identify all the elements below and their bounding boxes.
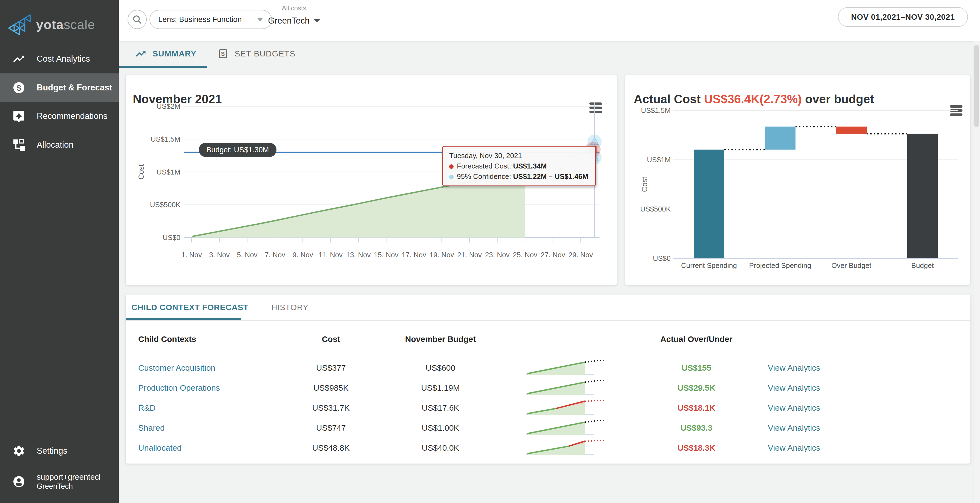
svg-text:Budget: Budget	[911, 261, 934, 270]
svg-text:Over Budget: Over Budget	[831, 261, 872, 270]
svg-text:US$500K: US$500K	[150, 201, 181, 209]
table-row: Unallocated US$48.8K US$40.0K US$18.3K V…	[126, 438, 970, 458]
tab-child-context-forecast[interactable]: CHILD CONTEXT FORECAST	[131, 294, 248, 320]
tab-summary[interactable]: SUMMARY	[135, 41, 197, 66]
svg-text:US$1M: US$1M	[647, 156, 671, 164]
child-context-link[interactable]: R&D	[126, 403, 279, 413]
svg-text:11. Nov: 11. Nov	[319, 251, 343, 259]
budget-value: US$1.00K	[383, 423, 498, 433]
sidebar-item-label: Allocation	[37, 140, 73, 150]
view-analytics-link[interactable]: View Analytics	[758, 363, 970, 373]
tooltip-forecast-row: Forecasted Cost: US$1.34M	[449, 161, 589, 171]
svg-text:US$2M: US$2M	[157, 102, 180, 110]
sidebar-item-recommendations[interactable]: Recommendations	[0, 102, 119, 130]
over-under-value: US$93.3	[635, 423, 758, 433]
budget-dollar-icon: $	[218, 48, 229, 59]
tab-label: SET BUDGETS	[235, 49, 295, 58]
sparkline-chart	[525, 380, 608, 396]
sidebar-item-budget-forecast[interactable]: $ Budget & Forecast	[0, 73, 119, 102]
sidebar-item-label: Recommendations	[37, 111, 107, 121]
budget-value: US$40.0K	[383, 443, 498, 453]
topbar: Lens: Business Function All costs GreenT…	[119, 0, 980, 41]
sidebar-item-cost-analytics[interactable]: Cost Analytics	[0, 45, 119, 73]
waterfall-chart[interactable]: US$0US$500KUS$1MUS$1.5MCostCurrent Spend…	[625, 97, 970, 285]
budget-value: US$1.19M	[383, 383, 498, 393]
table-rows: Customer Acquisition US$377 US$600 US$15…	[126, 358, 970, 458]
budget-line-badge: Budget: US$1.30M	[199, 143, 277, 157]
svg-text:Current Spending: Current Spending	[681, 261, 737, 270]
page-tabs: SUMMARY $ SET BUDGETS	[119, 41, 980, 68]
cost-value: US$377	[279, 363, 383, 373]
trend-sparkline	[525, 380, 608, 396]
svg-text:13. Nov: 13. Nov	[346, 251, 371, 259]
sidebar-user-account[interactable]: support+greentecl GreenTech	[0, 463, 119, 500]
trend-sparkline	[525, 420, 608, 436]
active-tab-indicator	[119, 66, 207, 68]
table-row: R&D US$31.7K US$17.6K US$18.1K View Anal…	[126, 398, 970, 418]
forecast-chart[interactable]: US$0US$500KUS$1MUS$1.5MUS$2M1. Nov3. Nov…	[126, 97, 617, 285]
child-context-link[interactable]: Customer Acquisition	[126, 363, 279, 373]
sidebar-item-allocation[interactable]: Allocation	[0, 131, 119, 159]
table-header-row: Child Contexts Cost November Budget Actu…	[126, 321, 970, 358]
date-range-button[interactable]: NOV 01,2021–NOV 30,2021	[838, 7, 968, 27]
lens-selector[interactable]: Lens: Business Function	[150, 10, 272, 29]
svg-text:Projected Spending: Projected Spending	[749, 261, 811, 270]
svg-text:9. Nov: 9. Nov	[293, 251, 313, 259]
confidence-dot-icon	[449, 175, 453, 179]
header-cost: Cost	[279, 335, 383, 344]
scrollbar-thumb[interactable]	[974, 45, 978, 127]
sidebar-item-label: Cost Analytics	[37, 54, 90, 64]
forecast-chart-card: November 2021 US$0US$500KUS$1MUS$1.5MUS$…	[126, 75, 617, 285]
svg-text:27. Nov: 27. Nov	[541, 251, 565, 259]
svg-text:US$0: US$0	[653, 254, 671, 262]
view-analytics-link[interactable]: View Analytics	[758, 403, 970, 413]
svg-text:3. Nov: 3. Nov	[209, 251, 230, 259]
search-button[interactable]	[127, 10, 147, 29]
svg-text:US$1.5M: US$1.5M	[641, 106, 671, 115]
context-name: GreenTech	[268, 16, 310, 26]
svg-text:17. Nov: 17. Nov	[402, 251, 426, 259]
svg-text:7. Nov: 7. Nov	[265, 251, 285, 259]
logo-wordmark: yotascale	[36, 17, 95, 32]
view-analytics-link[interactable]: View Analytics	[758, 423, 970, 433]
sidebar-item-label: Settings	[37, 446, 67, 456]
svg-text:US$1M: US$1M	[157, 168, 180, 176]
tab-history[interactable]: HISTORY	[271, 294, 309, 320]
tooltip-confidence-value: US$1.22M – US$1.46M	[513, 172, 588, 180]
sidebar: yotascale Cost Analytics $ Budget & Fore…	[0, 0, 119, 503]
tab-label: SUMMARY	[153, 49, 197, 58]
active-tab-indicator	[126, 318, 241, 320]
page-scrollbar[interactable]	[973, 41, 980, 503]
trend-sparkline	[525, 360, 608, 376]
svg-text:25. Nov: 25. Nov	[513, 251, 537, 259]
tooltip-forecast-value: US$1.34M	[513, 162, 547, 170]
view-analytics-link[interactable]: View Analytics	[758, 443, 970, 453]
gear-icon	[12, 444, 26, 458]
view-analytics-link[interactable]: View Analytics	[758, 383, 970, 393]
svg-text:Cost: Cost	[137, 164, 145, 179]
tab-set-budgets[interactable]: $ SET BUDGETS	[218, 41, 295, 66]
svg-text:21. Nov: 21. Nov	[457, 251, 482, 259]
header-child-contexts: Child Contexts	[126, 335, 279, 344]
svg-text:1. Nov: 1. Nov	[181, 251, 202, 259]
child-context-link[interactable]: Unallocated	[126, 443, 279, 453]
over-under-value: US$155	[635, 363, 758, 373]
trending-up-icon	[12, 52, 26, 66]
child-context-link[interactable]: Shared	[126, 423, 279, 433]
child-context-link[interactable]: Production Operations	[126, 383, 279, 393]
over-under-value: US$18.1K	[635, 403, 758, 413]
forecast-tooltip: Tuesday, Nov 30, 2021 Forecasted Cost: U…	[442, 146, 596, 186]
budget-value: US$17.6K	[383, 403, 498, 413]
budget-value: US$600	[383, 363, 498, 373]
svg-text:Cost: Cost	[641, 177, 649, 192]
budget-summary-card: Actual Cost US$36.4K(2.73%) over budget …	[625, 75, 970, 285]
sidebar-item-label: Budget & Forecast	[37, 83, 112, 93]
tooltip-confidence-row: 95% Confidence: US$1.22M – US$1.46M	[449, 171, 589, 182]
lens-label: Lens: Business Function	[158, 15, 242, 24]
account-circle-icon	[12, 475, 26, 489]
sidebar-item-settings[interactable]: Settings	[0, 437, 119, 465]
over-under-value: US$18.3K	[635, 443, 758, 453]
sparkline-chart	[525, 400, 608, 416]
context-selector[interactable]: All costs GreenTech	[261, 5, 327, 26]
table-row: Shared US$747 US$1.00K US$93.3 View Anal…	[126, 418, 970, 438]
